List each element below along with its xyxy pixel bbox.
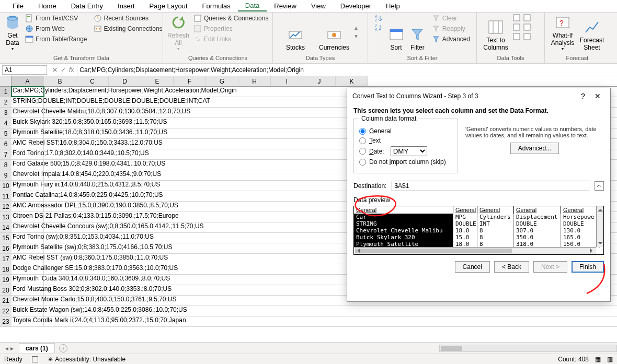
from-text-csv-button[interactable]: From Text/CSV (23, 14, 89, 23)
cell[interactable]: Ford Galaxie 500;15.0;8;429.0;198.0;4341… (12, 160, 44, 170)
radio-skip[interactable]: Do not import column (skip) (359, 158, 452, 166)
cell[interactable]: Plymouth Satellite;18.0;8;318.0;150.0;34… (12, 128, 44, 138)
sheet-nav-last[interactable]: ▸ (10, 345, 14, 352)
preview-column-header[interactable]: General (561, 206, 600, 214)
menu-tab-review[interactable]: Review (267, 1, 304, 11)
accessibility-status[interactable]: ⛯ Accessibility: Unavailable (48, 356, 125, 363)
cell[interactable]: Plymouth Fury iii;14.0;8;440.0;215.0;431… (12, 181, 44, 191)
column-header[interactable]: C (76, 76, 109, 86)
row-header[interactable]: 20 (0, 285, 12, 296)
existing-connections-button[interactable]: Existing Connections (92, 24, 165, 33)
sort-desc-button[interactable]: ZA (372, 23, 385, 32)
row-header[interactable]: 17 (0, 254, 12, 264)
cell[interactable]: Chevrolet Impala;14.0;8;454.0;220.0;4354… (12, 170, 44, 180)
flash-fill-icon[interactable] (512, 14, 521, 22)
row-header[interactable]: 4 (0, 118, 12, 128)
menu-tab-help[interactable]: Help (379, 1, 407, 11)
help-button[interactable]: ? (576, 92, 590, 100)
preview-column-header[interactable]: General (477, 206, 514, 214)
currencies-button[interactable]: Currencies (316, 14, 352, 52)
destination-input[interactable] (392, 181, 589, 191)
chevron-down-icon[interactable]: ▾ (355, 32, 358, 40)
relationships-icon[interactable] (523, 23, 531, 31)
cancel-button[interactable]: Cancel (455, 261, 490, 273)
row-header[interactable]: 13 (0, 212, 12, 222)
advanced-filter-button[interactable]: Advanced (430, 34, 472, 44)
row-header[interactable]: 15 (0, 233, 12, 243)
column-header[interactable]: K (336, 76, 368, 86)
add-sheet-button[interactable]: + (59, 344, 67, 353)
forecast-sheet-button[interactable]: Forecast Sheet (578, 14, 605, 52)
cell[interactable]: Ford Torino;17.0;8;302.0;140.0;3449.;10.… (12, 149, 44, 159)
select-all-corner[interactable] (0, 76, 12, 86)
row-header[interactable]: 6 (0, 139, 12, 149)
row-header[interactable]: 2 (0, 97, 12, 108)
column-header[interactable]: E (141, 76, 174, 86)
view-page-icon[interactable]: ▥ (607, 356, 613, 363)
cell[interactable]: AMC Rebel SST;16.0;8;304.0;150.0;3433.;1… (12, 139, 44, 149)
menu-tab-data[interactable]: Data (238, 1, 267, 11)
preview-column-header[interactable]: General (354, 206, 453, 214)
cell[interactable]: Chevrolet Monte Carlo;15.0;8;400.0;150.0… (12, 296, 44, 306)
cell[interactable]: AMC Ambassador DPL;15.0;8;390.0;190.0;38… (12, 202, 44, 212)
finish-button[interactable]: Finish (572, 261, 604, 273)
column-header[interactable]: A (12, 76, 44, 86)
what-if-button[interactable]: ? What-If Analysis▾ (549, 14, 576, 52)
cell[interactable]: Chevrolet Chevelle Malibu;18.0;8;307.0;1… (12, 108, 44, 118)
confirm-edit-icon[interactable]: ✓ (61, 66, 66, 74)
sheet-nav-first[interactable]: ◂ (5, 345, 8, 352)
radio-general[interactable]: GGeneraleneral (359, 127, 452, 135)
column-header[interactable]: B (44, 76, 76, 86)
row-header[interactable]: 12 (0, 202, 12, 212)
row-header[interactable]: 7 (0, 149, 12, 160)
row-header[interactable]: 19 (0, 275, 12, 285)
radio-text[interactable]: Text (359, 137, 452, 144)
cell[interactable]: Plymouth 'Cuda 340;14.0;8;340.0;160.0;36… (12, 275, 44, 285)
cell[interactable]: Buick Estate Wagon (sw);14.0;8;455.0;225… (12, 306, 44, 316)
row-header[interactable]: 10 (0, 181, 12, 191)
get-data-button[interactable]: Get Data▾ (4, 14, 21, 52)
date-format-select[interactable]: DMY (391, 146, 427, 156)
name-box[interactable] (2, 65, 47, 75)
chevron-up-icon[interactable]: ▴ (355, 24, 358, 31)
back-button[interactable]: < Back (494, 261, 529, 273)
text-to-columns-button[interactable]: Text to Columns (481, 14, 510, 52)
column-header[interactable]: I (271, 76, 303, 86)
column-header[interactable]: H (238, 76, 271, 86)
column-header[interactable]: F (174, 76, 206, 86)
menu-tab-home[interactable]: Home (31, 1, 64, 11)
formula-bar[interactable]: Car;MPG;Cylinders;Displacement;Horsepowe… (77, 65, 617, 75)
row-header[interactable]: 5 (0, 128, 12, 139)
row-header[interactable]: 22 (0, 306, 12, 316)
cell[interactable]: Plymouth Satellite (sw);0;8;383.0;175.0;… (12, 243, 44, 253)
menu-tab-view[interactable]: View (304, 1, 333, 11)
cell[interactable]: Toyota Corolla Mark ii;24.0;4;113.0;95.0… (12, 316, 44, 326)
menu-tab-file[interactable]: File (5, 1, 31, 11)
cell[interactable]: AMC Rebel SST (sw);0;8;360.0;175.0;3850.… (12, 254, 44, 264)
cell[interactable]: Car;MPG;Cylinders;Displacement;Horsepowe… (12, 87, 44, 97)
row-header[interactable]: 14 (0, 222, 12, 233)
sort-button[interactable]: Sort (387, 14, 405, 52)
row-header[interactable]: 11 (0, 191, 12, 202)
queries-connections-button[interactable]: Queries & Connections (191, 14, 270, 23)
menu-tab-developer[interactable]: Developer (333, 1, 379, 11)
cancel-edit-icon[interactable]: ✕ (52, 66, 58, 74)
data-validation-icon[interactable] (512, 32, 521, 41)
preview-vscroll[interactable] (596, 206, 603, 247)
cell[interactable]: Citroen DS-21 Pallas;0;4;133.0;115.0;309… (12, 212, 44, 222)
menu-tab-page-layout[interactable]: Page Layout (142, 1, 195, 11)
macro-record-icon[interactable] (32, 356, 38, 362)
filter-button[interactable]: Filter (407, 14, 428, 52)
horizontal-scrollbar[interactable] (439, 345, 617, 352)
data-model-icon[interactable] (523, 32, 531, 41)
column-header[interactable]: G (206, 76, 238, 86)
consolidate-icon[interactable] (523, 14, 531, 22)
cell[interactable]: Dodge Challenger SE;15.0;8;383.0;170.0;3… (12, 264, 44, 274)
row-header[interactable]: 3 (0, 108, 12, 118)
advanced-button[interactable]: Advanced... (510, 143, 559, 154)
view-normal-icon[interactable]: ▦ (595, 356, 601, 363)
radio-date[interactable]: Date: DMY (359, 146, 452, 156)
cell[interactable]: Ford Mustang Boss 302;0;8;302.0;140.0;33… (12, 285, 44, 295)
menu-tab-formulas[interactable]: Formulas (195, 1, 238, 11)
sort-asc-button[interactable]: AZ (372, 14, 385, 23)
